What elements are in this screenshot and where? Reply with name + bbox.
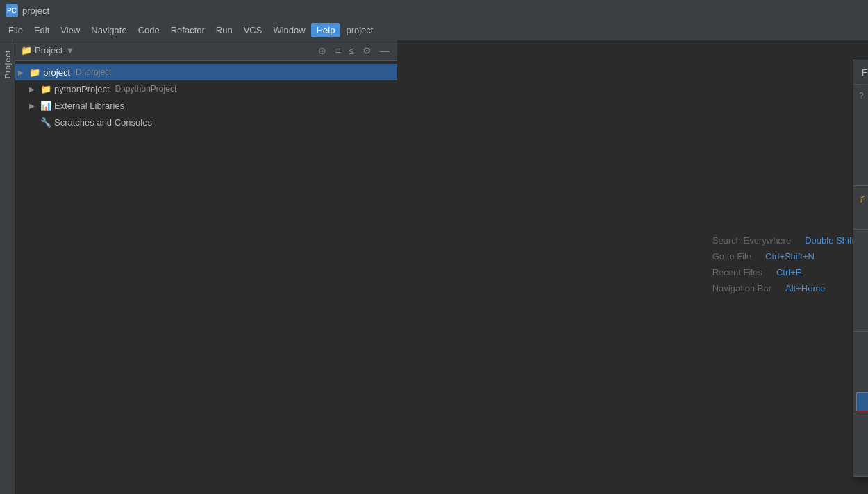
project-panel-header: 📁 Project ▼ ⊕ ≡ ≤ ⚙ —	[15, 40, 397, 61]
panel-title-text: Project	[35, 45, 62, 56]
dropdown-item-learn-ide[interactable]: 🎓Learn IDE Features	[853, 188, 868, 207]
dropdown-item-demos-screencasts[interactable]: Demos and Screencasts	[853, 144, 868, 164]
main-layout: Project 📁 Project ▼ ⊕ ≡ ≤ ⚙ — ▶📁projectD…	[0, 40, 868, 494]
hint-key: Alt+Home	[785, 283, 825, 293]
dropdown-item-submit-feedback[interactable]: Submit Feedback...	[853, 271, 868, 290]
hint-text: Search Everywhere	[712, 235, 791, 246]
tree-arrow-icon: ▶	[18, 69, 26, 76]
dropdown-item-productivity-guide[interactable]: Productivity Guide	[853, 207, 868, 227]
project-tree: ▶📁projectD:\project▶📁pythonProjectD:\pyt…	[15, 61, 397, 494]
tree-item[interactable]: 🔧Scratches and Consoles	[26, 114, 397, 130]
menu-item-edit[interactable]: Edit	[28, 23, 55, 37]
menu-item-code[interactable]: Code	[133, 23, 165, 37]
editor-hints: Search EverywhereDouble ShiftGo to FileC…	[699, 221, 868, 313]
project-panel: 📁 Project ▼ ⊕ ≡ ≤ ⚙ — ▶📁projectD:\projec…	[15, 40, 397, 494]
hint-key: Ctrl+Shift+N	[765, 251, 815, 262]
dropdown-item-keymap-reference[interactable]: Keymap Reference	[853, 125, 868, 144]
tree-folder-icon: 📁	[40, 84, 51, 94]
dropdown-separator	[853, 229, 868, 230]
dropdown-item-register[interactable]: Register...	[853, 416, 868, 436]
tree-item-label: External Libraries	[54, 101, 124, 111]
find-action-bar[interactable]: Find Action... Ctrl+Shift+A	[853, 60, 868, 85]
panel-action-target[interactable]: ⊕	[316, 44, 328, 58]
panel-action-expand[interactable]: ≤	[347, 44, 356, 58]
tree-folder-icon: 📊	[40, 101, 51, 111]
dropdown-item-contact-support[interactable]: Contact Support...	[853, 232, 868, 251]
dropdown-item-check-updates[interactable]: Check for Updates...	[853, 436, 868, 455]
tree-item[interactable]: ▶📊External Libraries	[26, 97, 397, 114]
tree-arrow-icon: ▶	[29, 102, 37, 110]
app-icon: PC	[6, 4, 18, 17]
hint-text: Go to File	[712, 251, 751, 262]
editor-area: Search EverywhereDouble ShiftGo to FileC…	[397, 40, 868, 494]
hint-key: Double Shift	[805, 235, 854, 246]
dropdown-item-icon-help: ?	[859, 91, 864, 101]
hint-line: Navigation BarAlt+Home	[712, 283, 854, 293]
hint-line: Go to FileCtrl+Shift+N	[712, 251, 854, 262]
dropdown-item-edit-custom-props[interactable]: Edit Custom Properties...	[853, 373, 868, 392]
menu-item-refactor[interactable]: Refactor	[165, 23, 210, 37]
dropdown-item-getting-started[interactable]: Getting Started	[853, 105, 868, 125]
title-bar: PC project	[0, 0, 868, 21]
dropdown-item-submit-bug[interactable]: Submit a Bug Report...	[853, 251, 868, 271]
tree-folder-icon: 🔧	[40, 117, 51, 128]
menu-item-project-title[interactable]: project	[340, 23, 378, 37]
sidebar-strip: Project	[0, 40, 15, 494]
menu-bar: FileEditViewNavigateCodeRefactorRunVCSWi…	[0, 21, 868, 40]
menu-item-run[interactable]: Run	[210, 23, 238, 37]
tree-arrow-icon: ▶	[29, 85, 37, 93]
menu-item-view[interactable]: View	[55, 23, 85, 37]
panel-folder-icon: 📁	[21, 45, 32, 56]
panel-action-minimize[interactable]: —	[378, 44, 392, 58]
title-text: project	[22, 6, 49, 16]
dropdown-item-change-memory[interactable]: Change Memory Settings	[853, 353, 868, 373]
sidebar-strip-label: Project	[3, 50, 12, 78]
dropdown-item-collect-logs[interactable]: Collect Logs and Diagnostic Data	[853, 309, 868, 329]
tree-item[interactable]: ▶📁projectD:\project	[15, 64, 397, 80]
menu-item-help[interactable]: Help	[311, 23, 341, 37]
dropdown-item-about[interactable]: About	[853, 455, 868, 475]
find-action-label: Find Action...	[862, 67, 868, 78]
hint-text: Recent Files	[712, 267, 762, 278]
dropdown-item-tip-of-day[interactable]: Tip of the Day	[853, 164, 868, 183]
dropdown-separator	[853, 331, 868, 332]
menu-item-window[interactable]: Window	[267, 23, 310, 37]
dropdown-item-show-log[interactable]: Show Log in Explorer	[853, 290, 868, 309]
dropdown-separator	[853, 185, 868, 186]
hint-line: Recent FilesCtrl+E	[712, 267, 854, 278]
hint-text: Navigation Bar	[712, 283, 771, 293]
panel-title: 📁 Project ▼	[21, 45, 312, 56]
tree-item[interactable]: ▶📁pythonProjectD:\pythonProject	[26, 80, 397, 97]
panel-actions: ⊕ ≡ ≤ ⚙ —	[316, 44, 392, 58]
dropdown-item-edit-custom-vm[interactable]: Edit Custom VM Options...	[856, 392, 868, 411]
dropdown-menu: ?HelpGetting StartedKeymap ReferenceDemo…	[853, 85, 868, 477]
dropdown-item-icon-learn-ide: 🎓	[859, 193, 868, 203]
menu-item-navigate[interactable]: Navigate	[85, 23, 132, 37]
panel-dropdown-icon[interactable]: ▼	[65, 45, 74, 56]
dropdown-overlay: Find Action... Ctrl+Shift+A ?HelpGetting…	[853, 60, 868, 477]
dropdown-item-diagnostic-tools[interactable]: Diagnostic Tools▶	[853, 334, 868, 353]
tree-item-label: pythonProject	[54, 84, 110, 94]
menu-item-file[interactable]: File	[3, 23, 28, 37]
dropdown-separator	[853, 414, 868, 414]
tree-item-label: project	[43, 67, 70, 78]
panel-action-settings[interactable]: ⚙	[360, 44, 374, 58]
tree-item-path: D:\project	[76, 67, 111, 77]
menu-item-vcs[interactable]: VCS	[238, 23, 268, 37]
tree-item-label: Scratches and Consoles	[54, 117, 152, 128]
tree-item-path: D:\pythonProject	[115, 84, 177, 94]
tree-folder-icon: 📁	[29, 67, 40, 78]
hint-key: Ctrl+E	[776, 267, 801, 278]
hint-line: Search EverywhereDouble Shift	[712, 235, 854, 246]
panel-action-collapse[interactable]: ≡	[333, 44, 342, 58]
dropdown-item-help[interactable]: ?Help	[853, 86, 868, 105]
